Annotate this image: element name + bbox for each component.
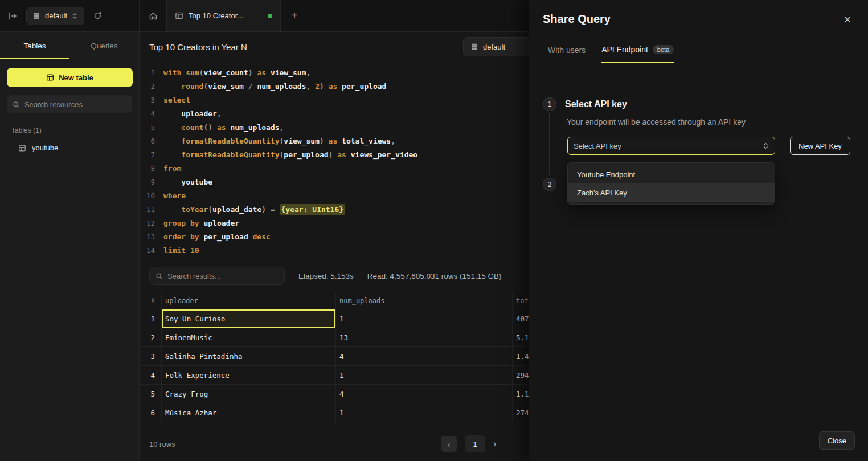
close-button[interactable]: Close <box>819 431 855 450</box>
cell-index: 5 <box>140 385 162 403</box>
new-api-key-button[interactable]: New API Key <box>790 137 850 155</box>
tab-api-endpoint-label: API Endpoint <box>601 45 648 54</box>
api-key-option[interactable]: Zach's API Key <box>568 183 775 202</box>
line-number: 10 <box>140 189 155 203</box>
home-button[interactable] <box>140 0 167 31</box>
line-number: 2 <box>140 80 155 93</box>
search-icon <box>155 272 163 280</box>
cell-uploader[interactable]: EminemMusic <box>162 328 336 346</box>
next-page-button[interactable]: › <box>493 439 496 449</box>
share-tabs: With users API Endpoint beta <box>529 45 868 63</box>
run-database-selector-value: default <box>483 43 505 51</box>
step-connector <box>549 113 550 176</box>
tab-api-endpoint[interactable]: API Endpoint beta <box>601 45 674 63</box>
database-selector[interactable]: default <box>26 7 84 25</box>
cell-uploader[interactable]: Folk Experience <box>162 366 336 384</box>
database-selector-value: default <box>45 11 67 20</box>
step-2-indicator: 2 <box>543 178 556 191</box>
database-icon <box>470 43 478 51</box>
sidebar-tab-queries[interactable]: Queries <box>69 32 139 59</box>
line-number: 3 <box>140 93 155 107</box>
unsaved-changes-dot <box>268 14 272 18</box>
line-number: 12 <box>140 217 155 230</box>
api-key-select[interactable]: Select API key <box>567 137 775 155</box>
tab-with-users[interactable]: With users <box>548 45 586 63</box>
search-icon <box>13 101 20 108</box>
cell-uploader[interactable]: Música Azhar <box>162 403 336 422</box>
line-number: 8 <box>140 162 155 176</box>
column-header-num-uploads[interactable]: num_uploads <box>336 292 513 309</box>
cell-index: 1 <box>140 309 162 328</box>
resource-search[interactable] <box>7 95 132 113</box>
elapsed-stat: Elapsed: 5.153s <box>298 272 354 280</box>
cell-index: 3 <box>140 347 162 365</box>
table-icon <box>46 74 54 81</box>
line-number: 9 <box>140 176 155 189</box>
tab-query[interactable]: Top 10 Creator... <box>167 0 281 31</box>
sidebar: Tables Queries New table Tables (1) yout… <box>0 32 140 461</box>
tables-section-label: Tables (1) <box>11 127 139 134</box>
new-table-label: New table <box>59 74 93 82</box>
chevron-left-icon: ‹ <box>448 439 451 449</box>
cell-index: 6 <box>140 403 162 422</box>
share-panel-title: Share Query <box>543 13 611 26</box>
sidebar-tabs: Tables Queries <box>0 32 139 59</box>
share-panel-header: Share Query × <box>529 0 868 26</box>
beta-badge: beta <box>653 45 674 54</box>
line-number: 5 <box>140 121 155 134</box>
sidebar-tab-tables[interactable]: Tables <box>0 32 69 59</box>
cell-num-uploads[interactable]: 1 <box>336 366 513 384</box>
close-icon[interactable]: × <box>844 13 851 25</box>
step-1-indicator: 1 <box>543 97 556 111</box>
cell-uploader[interactable]: Crazy Frog <box>162 385 336 403</box>
read-stat: Read: 4,557,605,031 rows (151.15 GB) <box>367 272 502 280</box>
results-search[interactable] <box>149 267 285 285</box>
pagination: ‹ 1 › <box>441 435 496 452</box>
cell-num-uploads[interactable]: 1 <box>336 309 513 328</box>
sidebar-item-youtube[interactable]: youtube <box>0 140 139 156</box>
new-table-button[interactable]: New table <box>7 68 133 87</box>
query-sheet-icon <box>175 11 183 20</box>
plus-icon: + <box>291 9 298 22</box>
app-window: default Top 10 Creator... <box>0 0 868 461</box>
step-1-description: Your endpoint will be accessed through a… <box>567 117 746 127</box>
cell-uploader[interactable]: Soy Un Curioso <box>162 309 336 328</box>
cell-uploader[interactable]: Galinha Pintadinha <box>162 347 336 365</box>
query-title: Top 10 Creators in Year N <box>149 42 247 52</box>
column-header-uploader[interactable]: uploader <box>162 292 336 309</box>
cell-num-uploads[interactable]: 4 <box>336 385 513 403</box>
line-number: 13 <box>140 230 155 244</box>
chevron-right-icon: › <box>493 439 496 448</box>
current-page[interactable]: 1 <box>465 435 485 452</box>
line-number: 1 <box>140 66 155 80</box>
new-tab-button[interactable]: + <box>281 0 308 31</box>
line-number: 11 <box>140 203 155 217</box>
chevron-updown-icon <box>72 12 78 20</box>
cell-num-uploads[interactable]: 13 <box>336 328 513 346</box>
cell-index: 2 <box>140 328 162 346</box>
tab-query-label: Top 10 Creator... <box>189 11 243 20</box>
results-search-input[interactable] <box>167 272 279 280</box>
home-icon <box>149 11 158 21</box>
database-icon <box>32 12 40 20</box>
chevron-updown-icon <box>763 142 769 150</box>
api-key-select-value: Select API key <box>574 142 621 150</box>
cell-num-uploads[interactable]: 1 <box>336 403 513 422</box>
cell-index: 4 <box>140 366 162 384</box>
refresh-icon[interactable] <box>93 11 102 20</box>
line-number: 14 <box>140 244 155 258</box>
resource-search-input[interactable] <box>24 100 126 109</box>
api-key-menu: Youtube EndpointZach's API Key <box>567 162 775 205</box>
rows-count: 10 rows <box>149 440 175 448</box>
top-bar-left: default <box>0 0 140 31</box>
cell-num-uploads[interactable]: 4 <box>336 347 513 365</box>
table-name: youtube <box>32 144 58 152</box>
step-1-title: Select API key <box>565 99 627 109</box>
api-key-option[interactable]: Youtube Endpoint <box>568 165 775 183</box>
line-number: 6 <box>140 134 155 148</box>
line-number: 4 <box>140 107 155 121</box>
table-icon <box>18 144 26 152</box>
previous-page-button[interactable]: ‹ <box>441 436 457 452</box>
collapse-sidebar-icon[interactable] <box>8 11 17 21</box>
share-query-panel: Share Query × With users API Endpoint be… <box>529 0 868 461</box>
